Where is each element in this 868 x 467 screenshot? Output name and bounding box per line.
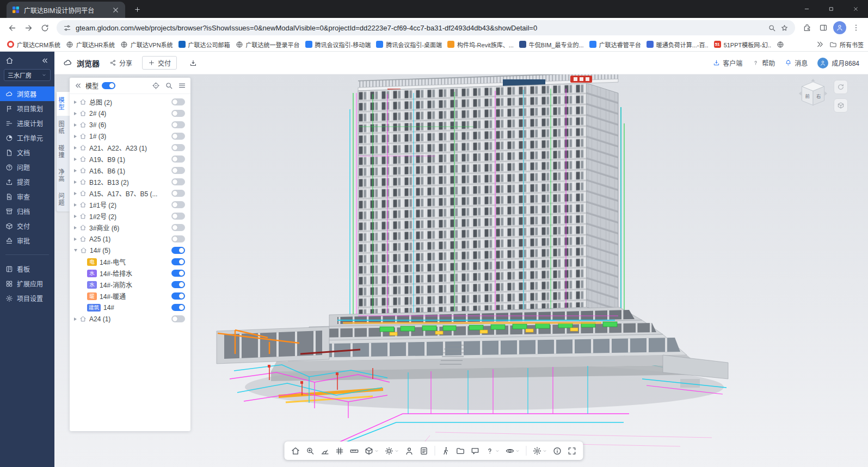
sidebar-item-deliver[interactable]: 交付 — [0, 219, 54, 233]
visibility-toggle[interactable] — [171, 247, 185, 254]
section-tool-button[interactable] — [362, 444, 381, 458]
viewpoint-tool-button[interactable] — [503, 444, 522, 458]
sidebar-item-board[interactable]: 看板 — [0, 261, 54, 276]
close-button[interactable] — [844, 0, 868, 18]
expand-caret-icon[interactable] — [74, 249, 77, 252]
view-cube[interactable]: 前 右 — [798, 79, 828, 109]
home-view-tool-button[interactable] — [289, 444, 303, 458]
viewport-box-button[interactable] — [834, 98, 848, 113]
roam-tool-button[interactable] — [439, 444, 453, 458]
sidebar-item-issue[interactable]: 问题 — [0, 160, 54, 175]
client-download-button[interactable]: 客户端 — [713, 58, 742, 67]
settings-tool-button[interactable] — [531, 444, 550, 458]
tree-item[interactable]: 2# (4) — [70, 108, 190, 119]
tree-child-item[interactable]: 建筑14# — [70, 302, 190, 313]
bookmark-item[interactable]: 广联达公司邮箱 — [176, 39, 233, 50]
refresh-button[interactable] — [37, 20, 52, 35]
tree-item[interactable]: B12、B13 (2) — [70, 176, 190, 188]
browser-menu-button[interactable] — [848, 20, 864, 35]
export-button[interactable] — [187, 57, 200, 70]
bookmark-item[interactable] — [774, 40, 787, 49]
expand-caret-icon[interactable] — [74, 215, 77, 218]
tree-child-item[interactable]: 水14#-消防水 — [70, 279, 190, 290]
collapse-sidebar-button[interactable] — [41, 57, 49, 65]
fullscreen-tool-button[interactable] — [565, 444, 579, 458]
view-cube-right-label[interactable]: 右 — [816, 94, 821, 99]
sidebar-item-submit[interactable]: 提资 — [0, 175, 54, 189]
visibility-toggle[interactable] — [171, 190, 185, 197]
expand-caret-icon[interactable] — [74, 158, 77, 161]
expand-caret-icon[interactable] — [74, 101, 77, 104]
visibility-toggle[interactable] — [171, 235, 185, 242]
tree-child-item[interactable]: 暖14#-暖通 — [70, 290, 190, 302]
comment-tool-button[interactable] — [469, 444, 482, 458]
bookmark-item[interactable]: 5151PPT模板网-幻.. — [711, 39, 774, 50]
tree-item[interactable]: A25 (1) — [70, 233, 190, 245]
tree-child-item[interactable]: 电14#-电气 — [70, 256, 190, 267]
measure-length-tool-button[interactable] — [348, 444, 361, 458]
visibility-toggle[interactable] — [171, 121, 185, 128]
panel-tab[interactable]: 碰撞 — [57, 140, 70, 164]
visibility-toggle[interactable] — [171, 304, 185, 311]
visibility-toggle[interactable] — [171, 281, 185, 288]
new-tab-button[interactable] — [131, 3, 144, 16]
expand-caret-icon[interactable] — [74, 238, 77, 241]
bookmark-item[interactable]: 腾讯会议指引-移动端 — [303, 39, 374, 50]
first-person-tool-button[interactable] — [403, 444, 416, 458]
tree-item[interactable]: 1#2号 (2) — [70, 210, 190, 222]
help-tool-button[interactable] — [483, 444, 502, 458]
tree-item[interactable]: 3#商业 (6) — [70, 222, 190, 233]
list-options-button[interactable] — [178, 82, 186, 90]
bookmark-item[interactable]: 暖通负荷计算...-百.. — [644, 39, 711, 50]
tree-item[interactable]: A15、A17、B7、B5 (... — [70, 188, 190, 199]
bookmark-item[interactable]: 腾讯会议指引-桌面端 — [373, 39, 445, 50]
all-bookmarks-button[interactable]: 所有书签 — [829, 40, 864, 49]
model-files-tool-button[interactable] — [454, 444, 467, 458]
locate-button[interactable] — [152, 82, 160, 90]
visibility-toggle[interactable] — [171, 213, 185, 220]
bookmark-item[interactable]: 广联达CRM系统 — [4, 39, 63, 50]
visibility-toggle[interactable] — [171, 98, 185, 105]
tree-item[interactable]: 总图 (2) — [70, 96, 190, 108]
site-settings-icon[interactable] — [63, 24, 71, 32]
sidebar-item-flag[interactable]: 项目策划 — [0, 101, 54, 116]
tree-item[interactable]: 14# (5) — [70, 245, 190, 256]
expand-caret-icon[interactable] — [74, 123, 77, 127]
back-button[interactable] — [4, 20, 20, 35]
bookmark-item[interactable]: 牛侃BIM_最专业的... — [516, 39, 587, 50]
bookmark-item[interactable]: 构件坞-Revit族库、... — [445, 39, 516, 50]
visibility-toggle[interactable] — [171, 144, 185, 151]
bookmark-star-icon[interactable] — [780, 24, 789, 32]
info-tool-button[interactable] — [551, 444, 564, 458]
grid-tool-button[interactable] — [333, 444, 347, 458]
expand-caret-icon[interactable] — [74, 135, 77, 138]
side-panel-button[interactable] — [816, 20, 831, 35]
visibility-toggle[interactable] — [171, 133, 185, 140]
expand-caret-icon[interactable] — [74, 192, 77, 195]
expand-caret-icon[interactable] — [74, 146, 77, 150]
sidebar-item-settings[interactable]: 项目设置 — [0, 291, 54, 306]
address-bar[interactable]: gteam.glodon.com/web/projects/browser?is… — [57, 20, 795, 35]
tree-item[interactable]: A16、B6 (1) — [70, 165, 190, 176]
sidebar-item-schedule[interactable]: 进度计划 — [0, 116, 54, 130]
tree-item[interactable]: A19、B9 (1) — [70, 153, 190, 165]
tree-item[interactable]: 1#1号 (2) — [70, 199, 190, 210]
visibility-toggle[interactable] — [171, 201, 185, 208]
sidebar-item-archive[interactable]: 归档 — [0, 204, 54, 219]
visibility-toggle[interactable] — [171, 258, 185, 265]
tree-item[interactable]: A21、A22、A23 (1) — [70, 142, 190, 153]
sidebar-item-apps[interactable]: 扩展应用 — [0, 276, 54, 291]
expand-caret-icon[interactable] — [74, 112, 77, 115]
bookmark-item[interactable]: 广联达统一登录平台 — [233, 39, 303, 50]
home-button[interactable] — [5, 57, 14, 65]
share-button[interactable]: 分享 — [109, 58, 132, 67]
measure-angle-tool-button[interactable] — [318, 444, 332, 458]
forward-button[interactable] — [21, 20, 36, 35]
tree-item[interactable]: 1# (3) — [70, 130, 190, 142]
bookmark-item[interactable]: 广联达睿管平台 — [587, 39, 644, 50]
tab-close-button[interactable] — [112, 6, 120, 14]
panel-tab[interactable]: 图纸 — [57, 116, 70, 140]
browser-tab[interactable]: 广联达BIM设计协同平台 — [7, 2, 125, 18]
project-selector[interactable]: 三水厂房 — [4, 69, 51, 81]
browser-profile-avatar[interactable] — [833, 21, 846, 34]
